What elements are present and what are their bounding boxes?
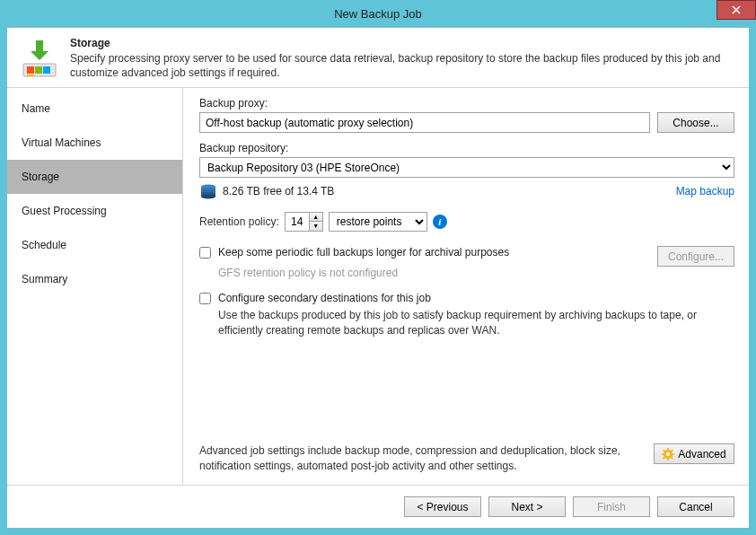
dialog-window: Storage Specify processing proxy server … [7, 27, 749, 528]
nav-item-summary[interactable]: Summary [7, 262, 182, 296]
keep-full-label: Keep some periodic full backups longer f… [218, 246, 509, 259]
map-backup-link[interactable]: Map backup [676, 185, 734, 197]
secondary-dest-description: Use the backups produced by this job to … [218, 308, 734, 338]
configure-gfs-button: Configure... [657, 246, 734, 267]
gear-icon [662, 448, 674, 460]
svg-rect-16 [662, 453, 664, 455]
next-button[interactable]: Next > [488, 496, 566, 517]
advanced-description: Advanced job settings include backup mod… [199, 443, 646, 474]
retention-value-spinner[interactable]: ▲ ▼ [285, 212, 323, 232]
nav-item-virtual-machines[interactable]: Virtual Machines [7, 126, 182, 160]
secondary-dest-checkbox[interactable] [199, 293, 211, 304]
cancel-button[interactable]: Cancel [657, 496, 734, 517]
storage-free-text: 8.26 TB free of 13.4 TB [223, 185, 671, 197]
secondary-dest-label: Configure secondary destinations for thi… [218, 292, 431, 304]
finish-button: Finish [573, 496, 650, 517]
nav-item-storage[interactable]: Storage [7, 160, 182, 194]
svg-rect-2 [35, 66, 42, 74]
backup-repository-label: Backup repository: [199, 142, 734, 154]
svg-rect-15 [667, 458, 669, 460]
wizard-body: Name Virtual Machines Storage Guest Proc… [7, 88, 749, 485]
advanced-button[interactable]: Advanced [654, 443, 734, 464]
storage-wizard-icon [18, 37, 61, 80]
close-button[interactable] [716, 0, 756, 20]
svg-rect-14 [667, 448, 669, 451]
svg-rect-1 [27, 66, 34, 74]
retention-unit-select[interactable]: restore points [329, 212, 427, 232]
titlebar: New Backup Job [0, 0, 756, 27]
storage-disk-icon [199, 183, 217, 199]
nav-item-schedule[interactable]: Schedule [7, 228, 182, 262]
info-icon[interactable]: i [433, 215, 447, 229]
svg-rect-17 [672, 453, 675, 455]
svg-rect-4 [27, 75, 34, 76]
page-description: Specify processing proxy server to be us… [70, 51, 738, 80]
close-icon [732, 5, 741, 14]
retention-policy-label: Retention policy: [199, 215, 279, 228]
spinner-down-icon[interactable]: ▼ [310, 222, 322, 231]
backup-proxy-input[interactable] [199, 112, 650, 133]
nav-item-name[interactable]: Name [7, 92, 182, 126]
nav-item-guest-processing[interactable]: Guest Processing [7, 194, 182, 228]
wizard-nav: Name Virtual Machines Storage Guest Proc… [7, 88, 183, 485]
svg-rect-3 [43, 66, 50, 74]
page-title: Storage [70, 37, 738, 49]
backup-proxy-label: Backup proxy: [199, 97, 734, 110]
gfs-hint-text: GFS retention policy is not configured [218, 267, 734, 279]
spinner-up-icon[interactable]: ▲ [310, 213, 322, 222]
window-title: New Backup Job [334, 7, 422, 21]
svg-point-13 [666, 452, 670, 456]
previous-button[interactable]: < Previous [404, 496, 481, 517]
main-panel: Backup proxy: Choose... Backup repositor… [183, 88, 749, 485]
choose-proxy-button[interactable]: Choose... [657, 112, 734, 133]
wizard-footer: < Previous Next > Finish Cancel [7, 485, 749, 528]
retention-value-input[interactable] [286, 213, 309, 231]
svg-point-11 [201, 195, 215, 199]
backup-repository-select[interactable]: Backup Repository 03 (HPE StoreOnce) [199, 157, 734, 178]
keep-full-checkbox[interactable] [199, 247, 211, 259]
wizard-header: Storage Specify processing proxy server … [7, 28, 749, 88]
